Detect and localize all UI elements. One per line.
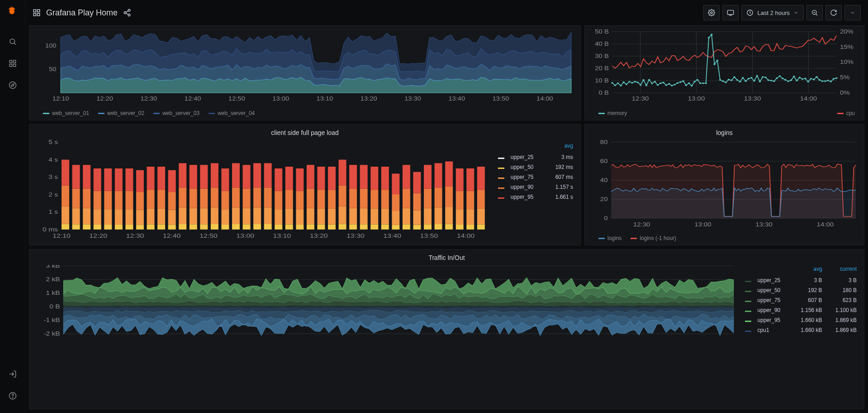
- legend-item[interactable]: logins (-1 hour): [631, 235, 676, 241]
- svg-text:10%: 10%: [840, 59, 854, 65]
- legend-item[interactable]: web_server_04: [209, 110, 255, 116]
- svg-rect-318: [424, 165, 432, 189]
- svg-point-102: [719, 79, 721, 81]
- svg-text:13:40: 13:40: [448, 96, 465, 101]
- svg-rect-276: [339, 206, 346, 224]
- legend-row[interactable]: upper_253 ms: [492, 153, 576, 162]
- svg-point-140: [827, 80, 829, 82]
- svg-rect-193: [157, 167, 165, 190]
- svg-point-90: [685, 84, 688, 86]
- svg-rect-280: [349, 224, 357, 229]
- legend-row[interactable]: upper_50192 ms: [492, 163, 576, 172]
- svg-rect-240: [264, 224, 272, 230]
- dashboards-icon[interactable]: [5, 55, 21, 72]
- settings-button[interactable]: [703, 5, 720, 20]
- svg-rect-258: [296, 168, 304, 191]
- panel-traffic[interactable]: Traffic In/Out -2 kB-1 kB0 B1 kB2 kB3 kB…: [29, 249, 864, 409]
- svg-point-137: [819, 79, 821, 81]
- legend-row[interactable]: cpu11.660 kB1.869 kB: [739, 326, 859, 335]
- zoom-out-button[interactable]: [806, 5, 823, 20]
- svg-line-18: [126, 13, 128, 14]
- svg-text:40: 40: [600, 177, 608, 183]
- svg-text:50 B: 50 B: [595, 29, 609, 35]
- svg-text:12:20: 12:20: [90, 233, 108, 239]
- share-icon[interactable]: [123, 9, 131, 17]
- svg-text:0%: 0%: [840, 90, 850, 96]
- svg-rect-306: [403, 208, 410, 225]
- grafana-logo-icon[interactable]: [5, 4, 21, 20]
- svg-rect-251: [285, 209, 293, 225]
- svg-point-91: [688, 82, 690, 84]
- legend-row[interactable]: upper_75607 ms: [492, 173, 576, 182]
- legend-item[interactable]: web_server_03: [153, 110, 199, 116]
- svg-point-78: [651, 82, 653, 84]
- svg-point-120: [770, 80, 773, 82]
- legend-row[interactable]: upper_253 B3 B: [739, 276, 859, 285]
- legend-row[interactable]: upper_901.156 kB1.100 kB: [739, 306, 859, 315]
- search-icon[interactable]: [5, 34, 21, 50]
- legend-web-servers: web_server_01web_server_02web_server_03w…: [33, 107, 577, 116]
- legend-item[interactable]: web_server_02: [98, 110, 144, 116]
- legend-label: cpu: [846, 110, 855, 116]
- svg-text:14:00: 14:00: [457, 233, 475, 239]
- legend-row[interactable]: upper_951.661 s: [492, 192, 576, 202]
- svg-rect-197: [168, 192, 176, 210]
- tv-mode-button[interactable]: [722, 5, 739, 20]
- legend-row[interactable]: upper_75607 B623 B: [739, 296, 859, 305]
- panel-page-load[interactable]: client side full page load 0 ms1 s2 s3 s…: [29, 124, 581, 245]
- refresh-button[interactable]: [825, 5, 842, 20]
- svg-text:4 s: 4 s: [48, 156, 58, 163]
- svg-rect-217: [211, 187, 218, 207]
- svg-point-74: [640, 84, 642, 86]
- help-icon[interactable]: [5, 388, 21, 404]
- explore-icon[interactable]: [5, 77, 21, 93]
- legend-row[interactable]: upper_50192 B180 B: [739, 286, 859, 295]
- svg-rect-215: [211, 224, 218, 230]
- svg-rect-221: [221, 209, 229, 225]
- svg-point-101: [716, 60, 719, 62]
- svg-rect-11: [38, 10, 40, 12]
- legend-item[interactable]: logins: [598, 235, 621, 241]
- svg-rect-187: [147, 190, 155, 209]
- svg-rect-302: [392, 194, 399, 211]
- svg-point-16: [128, 14, 130, 16]
- svg-point-124: [782, 77, 784, 79]
- svg-text:12:50: 12:50: [228, 96, 245, 101]
- panel-memory-cpu[interactable]: 0 B10 B20 B30 B40 B50 B0%5%10%15%20%12:3…: [584, 25, 864, 120]
- svg-point-131: [802, 78, 804, 80]
- svg-text:20: 20: [600, 196, 608, 202]
- svg-rect-296: [381, 209, 389, 225]
- legend-row[interactable]: upper_951.660 kB1.869 kB: [739, 316, 859, 325]
- legend-page-load: avgupper_253 msupper_50192 msupper_75607…: [491, 142, 577, 202]
- sidebar: [0, 0, 25, 413]
- svg-point-106: [730, 79, 733, 81]
- signin-icon[interactable]: [5, 366, 21, 382]
- svg-rect-223: [221, 168, 229, 191]
- svg-rect-146: [62, 206, 69, 224]
- svg-rect-196: [168, 210, 176, 225]
- panel-logins[interactable]: logins 02040608012:3013:0013:3014:00 log…: [584, 124, 864, 245]
- svg-rect-195: [168, 225, 176, 229]
- svg-rect-202: [179, 187, 186, 207]
- panel-web-servers[interactable]: 5010012:1012:2012:3012:4012:5013:0013:10…: [29, 25, 581, 120]
- topbar: Grafana Play Home Last 2 hours: [25, 0, 868, 25]
- legend-item[interactable]: web_server_01: [43, 110, 89, 116]
- svg-point-119: [768, 79, 770, 81]
- panel-grid-icon[interactable]: [33, 9, 41, 17]
- refresh-interval-button[interactable]: [844, 5, 861, 20]
- page-title[interactable]: Grafana Play Home: [46, 8, 118, 18]
- svg-rect-211: [200, 208, 208, 225]
- svg-text:15%: 15%: [840, 44, 854, 50]
- svg-point-126: [787, 81, 789, 82]
- svg-text:5%: 5%: [840, 75, 850, 81]
- time-range-picker[interactable]: Last 2 hours: [741, 5, 804, 20]
- svg-rect-265: [317, 225, 325, 230]
- svg-rect-266: [317, 209, 325, 225]
- legend-row[interactable]: upper_901.157 s: [492, 182, 576, 192]
- svg-point-108: [736, 79, 738, 81]
- svg-point-109: [739, 81, 741, 83]
- svg-rect-293: [370, 167, 378, 190]
- svg-text:14:00: 14:00: [800, 96, 817, 101]
- svg-rect-156: [83, 208, 90, 225]
- svg-rect-323: [435, 163, 442, 187]
